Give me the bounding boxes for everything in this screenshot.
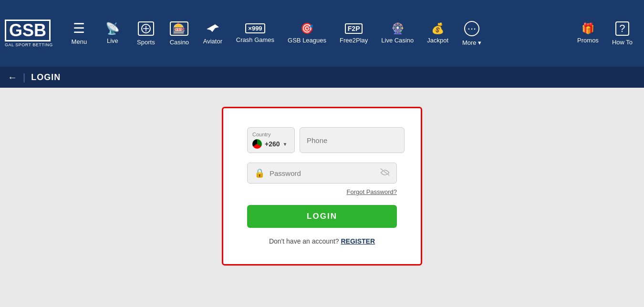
password-row: 🔒 (247, 163, 397, 184)
breadcrumb-bar: ← | LOGIN (0, 67, 644, 88)
more-icon: ··· (464, 21, 479, 36)
phone-input[interactable] (300, 127, 405, 153)
nav-label-live: Live (107, 37, 118, 44)
logo: GSB GAL SPORT BETTING (5, 20, 53, 47)
nav-label-crash-games: Crash Games (236, 36, 274, 43)
nav-label-live-casino: Live Casino (381, 37, 414, 44)
nav-label-more: More ▾ (462, 39, 481, 46)
nav-label-promos: Promos (577, 37, 599, 44)
nav-label-casino: Casino (170, 39, 189, 46)
aviator-icon (206, 22, 220, 35)
promos-icon: 🎁 (582, 23, 594, 34)
breadcrumb-divider: | (23, 72, 25, 83)
nav-label-jackpot: Jackpot (427, 37, 448, 44)
logo-gsb: GSB (5, 20, 51, 41)
login-card: Country +260 ▼ 🔒 Forgot Password? (222, 107, 422, 266)
nav-item-how-to[interactable]: ? How To (605, 18, 639, 50)
gsb-leagues-icon: 🎯 (301, 23, 313, 34)
jackpot-icon: 💰 (431, 23, 444, 34)
nav-right: 🎁 Promos ? How To (571, 18, 639, 50)
logo-sub: GAL SPORT BETTING (5, 42, 53, 47)
login-button[interactable]: LOGIN (247, 205, 397, 228)
country-value: +260 ▼ (252, 139, 290, 149)
phone-row: Country +260 ▼ (247, 127, 397, 153)
country-label: Country (252, 132, 290, 137)
forgot-password-link[interactable]: Forgot Password? (347, 188, 397, 195)
password-input[interactable] (270, 169, 375, 177)
nav-item-live[interactable]: 📡 Live (96, 19, 129, 48)
nav-item-aviator[interactable]: Aviator (196, 19, 229, 49)
nav-label-sports: Sports (137, 39, 155, 46)
nav-item-live-casino[interactable]: 🎡 Live Casino (374, 20, 420, 48)
register-row: Don't have an account? REGISTER (247, 237, 397, 245)
eye-off-icon[interactable] (380, 168, 390, 178)
sports-icon (138, 21, 154, 36)
nav-label-menu: Menu (72, 38, 87, 45)
nav-item-crash-games[interactable]: ×999 Crash Games (229, 20, 281, 47)
nav-item-promos[interactable]: 🎁 Promos (571, 20, 605, 48)
nav-label-how-to: How To (612, 39, 633, 46)
lock-icon: 🔒 (254, 168, 265, 178)
nav-item-free2play[interactable]: F2P Free2Play (333, 20, 374, 48)
nav-item-sports[interactable]: Sports (129, 18, 163, 50)
nav-label-gsb-leagues: GSB Leagues (288, 37, 326, 44)
live-casino-icon: 🎡 (391, 23, 404, 34)
main-content: Country +260 ▼ 🔒 Forgot Password? (0, 88, 644, 307)
country-select[interactable]: Country +260 ▼ (247, 127, 295, 153)
header: GSB GAL SPORT BETTING ☰ Menu 📡 Live (0, 0, 644, 67)
crash-games-icon: ×999 (245, 23, 265, 33)
how-to-icon: ? (615, 21, 629, 36)
country-code: +260 (265, 140, 280, 148)
nav-label-aviator: Aviator (203, 38, 222, 45)
no-account-text: Don't have an account? (269, 237, 339, 245)
nav-item-more[interactable]: ··· More ▾ (455, 17, 488, 50)
nav-item-jackpot[interactable]: 💰 Jackpot (420, 20, 455, 48)
nav-label-free2play: Free2Play (340, 37, 368, 44)
chevron-down-icon: ▼ (283, 142, 288, 147)
live-icon: 📡 (105, 23, 120, 34)
free2play-icon: F2P (345, 23, 363, 34)
nav-item-casino[interactable]: 🎰 Casino (163, 18, 196, 50)
page-title: LOGIN (31, 72, 61, 82)
register-link[interactable]: REGISTER (341, 237, 375, 245)
main-nav: ☰ Menu 📡 Live Sports 🎰 Casino (62, 17, 488, 50)
casino-icon: 🎰 (170, 21, 188, 36)
menu-icon: ☰ (73, 22, 85, 35)
forgot-password-row: Forgot Password? (247, 188, 397, 195)
back-button[interactable]: ← (8, 72, 17, 83)
nav-item-menu[interactable]: ☰ Menu (62, 18, 96, 49)
nav-item-gsb-leagues[interactable]: 🎯 GSB Leagues (281, 20, 333, 48)
country-flag (252, 139, 262, 149)
